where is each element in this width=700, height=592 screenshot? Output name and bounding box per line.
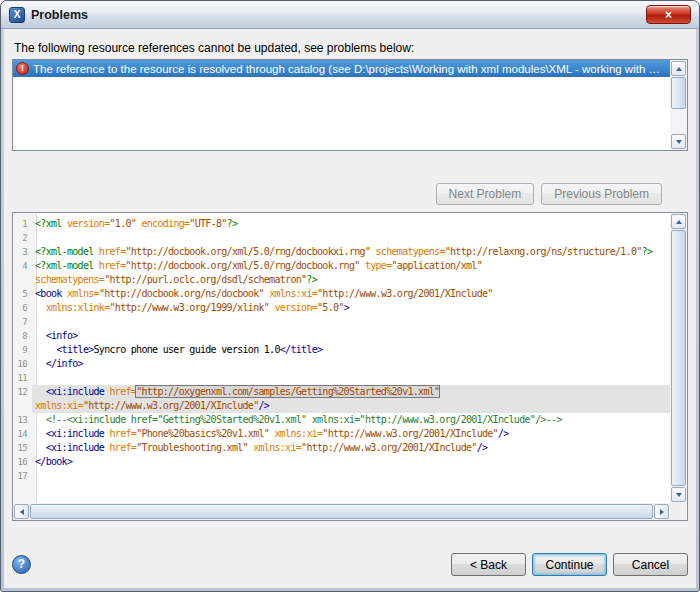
code-token: </book>	[35, 456, 72, 467]
editor-line: 5<book xmlns="http://docbook.org/ns/docb…	[13, 287, 670, 301]
code-token: type=	[365, 260, 392, 271]
scroll-right-button[interactable]	[654, 504, 669, 519]
scrollbar-thumb[interactable]	[671, 230, 686, 486]
code-line: </book>	[32, 455, 670, 469]
code-token: xmlns:xi=	[269, 288, 317, 299]
code-token: ?>	[642, 246, 653, 257]
help-button[interactable]: ?	[12, 555, 31, 574]
code-line: xmlns:xi="http://www.w3.org/2001/XInclud…	[32, 399, 670, 413]
scroll-down-button[interactable]	[671, 134, 686, 149]
editor-line: 15 <xi:include href="Troubleshooting.xml…	[13, 441, 670, 455]
previous-problem-button[interactable]: Previous Problem	[541, 183, 662, 205]
code-token: <?xml-model	[35, 246, 99, 257]
code-token: "Troubleshooting.xml"	[136, 442, 248, 453]
code-token: version=	[274, 302, 317, 313]
line-number: 12	[13, 385, 32, 399]
editor-line: 17	[13, 469, 670, 483]
code-token: "http://docbook.org/xml/5.0/rng/docbook.…	[125, 260, 359, 271]
editor-line: xmlns:xi="http://www.w3.org/2001/XInclud…	[13, 399, 670, 413]
code-token: <?xml-model	[35, 260, 99, 271]
line-number: 14	[13, 427, 32, 441]
editor-line: 6 xmlns:xlink="http://www.w3.org/1999/xl…	[13, 301, 670, 315]
line-number: 5	[13, 287, 32, 301]
editor-horizontal-scrollbar[interactable]	[13, 503, 670, 520]
code-token: </title>	[280, 344, 323, 355]
code-line: xmlns:xlink="http://www.w3.org/1999/xlin…	[32, 301, 670, 315]
code-token	[35, 302, 46, 313]
editor-rows: 1<?xml version="1.0" encoding="UTF-8"?>2…	[13, 213, 670, 503]
code-line: <?xml-model href="http://docbook.org/xml…	[32, 245, 670, 259]
editor-line: 4<?xml-model href="http://docbook.org/xm…	[13, 259, 670, 273]
editor-line: 14 <xi:include href="Phone%20basics%20v1…	[13, 427, 670, 441]
line-number: 11	[13, 371, 32, 385]
code-token: >	[344, 302, 349, 313]
code-line	[32, 371, 670, 385]
editor-line: 11	[13, 371, 670, 385]
code-token: <xi:include	[46, 442, 110, 453]
code-line: <?xml version="1.0" encoding="UTF-8"?>	[32, 217, 670, 231]
problems-dialog: X Problems × The following resource refe…	[0, 0, 700, 592]
problems-scrollbar[interactable]	[670, 60, 687, 150]
line-number	[13, 399, 32, 413]
code-line: <book xmlns="http://docbook.org/ns/docbo…	[32, 287, 670, 301]
code-token: "http://purl.oclc.org/dsdl/schematron"	[104, 274, 306, 285]
code-token: Syncro phone user guide version 1.0	[94, 344, 280, 355]
code-token	[35, 344, 56, 355]
scroll-down-button[interactable]	[671, 487, 686, 502]
close-button[interactable]: ×	[646, 5, 691, 24]
code-token: xmlns=	[67, 288, 99, 299]
line-number: 16	[13, 455, 32, 469]
code-token: xmlns:xlink=	[46, 302, 110, 313]
dialog-body: The following resource references cannot…	[4, 29, 696, 588]
editor-line: 9 <title>Syncro phone user guide version…	[13, 343, 670, 357]
code-token: version=	[67, 218, 110, 229]
code-token: "http://www.w3.org/2001/XInclude"	[83, 400, 259, 411]
window-title: Problems	[31, 8, 88, 22]
arrow-right-icon	[660, 509, 664, 515]
editor-vertical-scrollbar[interactable]	[670, 213, 687, 503]
arrow-down-icon	[676, 493, 682, 497]
next-problem-button[interactable]: Next Problem	[436, 183, 535, 205]
code-line: schematypens="http://purl.oclc.org/dsdl/…	[32, 273, 670, 287]
code-token: schematypens=	[35, 274, 104, 285]
scroll-up-button[interactable]	[671, 61, 686, 76]
code-token: "http://www.w3.org/2001/XInclude"	[317, 288, 493, 299]
scrollbar-thumb[interactable]	[30, 504, 653, 519]
editor-line: 10 </info>	[13, 357, 670, 371]
line-number: 15	[13, 441, 32, 455]
code-token: "http://www.w3.org/1999/xlink"	[110, 302, 270, 313]
editor-line: 1<?xml version="1.0" encoding="UTF-8"?>	[13, 217, 670, 231]
editor-line: schematypens="http://purl.oclc.org/dsdl/…	[13, 273, 670, 287]
scroll-up-button[interactable]	[671, 214, 686, 229]
cancel-button[interactable]: Cancel	[613, 553, 688, 576]
line-number: 17	[13, 469, 32, 483]
code-token: "5.0"	[317, 302, 344, 313]
scroll-left-button[interactable]	[14, 504, 29, 519]
code-token: <info>	[46, 330, 78, 341]
code-token: encoding=	[141, 218, 189, 229]
line-number: 13	[13, 413, 32, 427]
problem-item[interactable]: !The reference to the resource is resolv…	[13, 60, 670, 77]
editor-line: 12 <xi:include href="http://oxygenxml.co…	[13, 385, 670, 399]
scrollbar-thumb[interactable]	[671, 77, 686, 109]
back-button[interactable]: < Back	[451, 553, 526, 576]
arrow-up-icon	[676, 220, 682, 224]
continue-button[interactable]: Continue	[532, 553, 607, 576]
code-token	[35, 414, 46, 425]
code-token: "http://docbook.org/ns/docbook"	[99, 288, 264, 299]
code-token: "application/xml"	[392, 260, 482, 271]
code-line: <!--<xi:include href="Getting%20Started%…	[32, 413, 670, 427]
code-token: />	[258, 400, 269, 411]
line-number: 8	[13, 329, 32, 343]
code-token: href=	[99, 260, 126, 271]
code-token: xmlns:xi=	[35, 400, 83, 411]
code-token: />	[477, 442, 488, 453]
editor-line: 13 <!--<xi:include href="Getting%20Start…	[13, 413, 670, 427]
code-token: href=	[110, 428, 137, 439]
code-line	[32, 231, 670, 245]
code-token: <title>	[56, 344, 93, 355]
code-line: <xi:include href="Troubleshooting.xml" x…	[32, 441, 670, 455]
code-token: <xi:include	[46, 386, 110, 397]
code-token: schematypens=	[376, 246, 445, 257]
xml-editor[interactable]: 1<?xml version="1.0" encoding="UTF-8"?>2…	[12, 212, 688, 521]
